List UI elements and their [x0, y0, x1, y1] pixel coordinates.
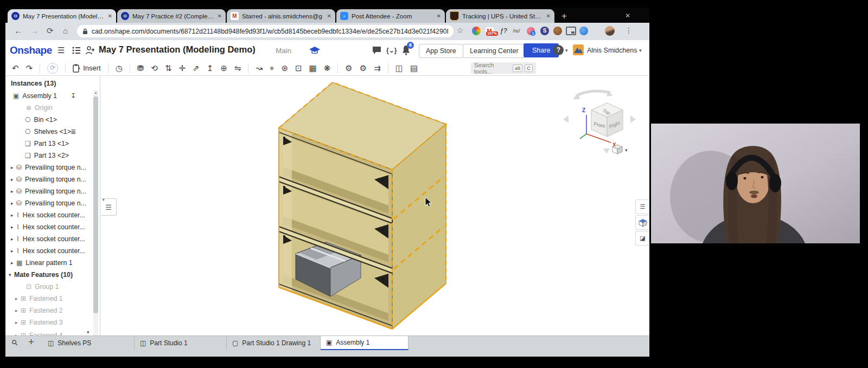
- follow-mode-icon[interactable]: [86, 46, 94, 55]
- revolute-mate-icon[interactable]: ⟲: [151, 64, 158, 72]
- explode-view-icon[interactable]: ◫: [395, 64, 403, 72]
- features-flyout-toggle[interactable]: ☰ ▾: [101, 198, 117, 216]
- user-name[interactable]: Alnis Smidchens: [587, 47, 637, 54]
- home-icon[interactable]: ⌂: [63, 26, 68, 35]
- extension-gmail-icon[interactable]: M 107%: [484, 25, 495, 36]
- reload-icon[interactable]: ⟳: [47, 26, 54, 36]
- extension-colorwheel-icon[interactable]: [471, 25, 482, 36]
- search-tabs-icon[interactable]: ⚲: [10, 338, 20, 348]
- tree-item-bin[interactable]: ⎔ Bin <1>: [5, 114, 92, 126]
- group-icon[interactable]: ⌖: [270, 64, 274, 72]
- tab-close-icon[interactable]: ✕: [437, 13, 441, 19]
- chevron-right-icon[interactable]: ▸: [11, 201, 16, 206]
- doc-tab-assembly-1[interactable]: ▣ Assembly 1: [321, 336, 409, 350]
- replicate-icon[interactable]: ⊡: [295, 64, 302, 72]
- comment-icon[interactable]: [372, 46, 382, 55]
- parallel-mate-icon[interactable]: ⇋: [234, 64, 241, 72]
- tree-item-hex-socket-4[interactable]: ▸ ⌇ Hex socket counter...: [5, 245, 92, 257]
- extension-pip-icon[interactable]: [565, 25, 576, 36]
- chevron-right-icon[interactable]: ▸: [11, 165, 16, 170]
- panel-scrollbar[interactable]: ▴: [93, 90, 98, 335]
- history-icon[interactable]: ◷: [116, 64, 123, 72]
- tab-close-icon[interactable]: ✕: [218, 13, 222, 19]
- undo-icon[interactable]: ↶: [12, 64, 19, 72]
- mate-icon[interactable]: ⛃: [137, 64, 144, 72]
- tree-item-part13-1[interactable]: ❑ Part 13 <1>: [5, 138, 92, 150]
- versions-icon[interactable]: [72, 46, 81, 55]
- scrollbar-thumb[interactable]: [93, 96, 98, 313]
- chevron-down-icon[interactable]: ▾: [9, 272, 14, 277]
- tree-item-group-1[interactable]: ⊡ Group 1: [5, 281, 92, 293]
- main-menu-icon[interactable]: ☰: [58, 46, 65, 55]
- chevron-right-icon[interactable]: ▸: [11, 212, 16, 218]
- belt-relation-icon[interactable]: ⇉: [374, 64, 381, 72]
- learning-cap-icon[interactable]: [309, 46, 320, 55]
- app-store-button[interactable]: App Store: [419, 44, 463, 58]
- tree-item-fastened-4[interactable]: ▸ ⊞ Fastened 4: [5, 330, 92, 335]
- workspace-name[interactable]: Main: [276, 47, 291, 55]
- tree-item-fastened-1[interactable]: ▸ ⊞ Fastened 1: [5, 293, 92, 305]
- user-avatar[interactable]: [573, 44, 584, 55]
- extension-blue-icon[interactable]: [578, 25, 589, 36]
- shelf-assembly-model[interactable]: [274, 80, 458, 335]
- browser-tab-zoom[interactable]: ▪ Post Attendee - Zoom ✕: [336, 9, 445, 23]
- cylindrical-mate-icon[interactable]: ⇗: [193, 64, 200, 72]
- chevron-right-icon[interactable]: ▸: [15, 308, 21, 313]
- browser-tab-ups[interactable]: Tracking | UPS - United States ✕: [446, 9, 554, 23]
- scroll-up-icon[interactable]: ▴: [93, 91, 98, 95]
- slider-mate-icon[interactable]: ⇅: [165, 64, 172, 72]
- tree-item-hex-socket-2[interactable]: ▸ ⌇ Hex socket counter...: [5, 221, 92, 233]
- configuration-panel-button[interactable]: ◪: [635, 231, 649, 246]
- doc-tab-part-studio-1[interactable]: ◫ Part Studio 1: [135, 336, 227, 350]
- tree-item-prevailing-torque-2[interactable]: ▸ ⛁ Prevailing torque n...: [5, 173, 92, 185]
- browser-tab-onshape-practice[interactable]: O May 7 Practice #2 (Completed) ✕: [117, 9, 226, 23]
- learning-center-button[interactable]: Learning Center: [463, 44, 526, 58]
- onshape-logo[interactable]: Onshape: [10, 44, 52, 56]
- extension-bear-icon[interactable]: [552, 25, 563, 36]
- planar-mate-icon[interactable]: ✛: [179, 64, 186, 72]
- bookmark-star-icon[interactable]: ☆: [457, 26, 464, 35]
- chevron-right-icon[interactable]: ▸: [11, 189, 16, 194]
- add-tab-button[interactable]: +: [28, 336, 34, 348]
- forward-icon[interactable]: →: [30, 26, 39, 35]
- insert-button[interactable]: Insert: [73, 64, 101, 73]
- extension-function-icon[interactable]: ƒ?: [498, 25, 509, 36]
- browser-tab-onshape-presentation[interactable]: O May 7 Presentation (Modeling ✕: [8, 9, 116, 23]
- view-options-button[interactable]: ▾: [612, 145, 628, 154]
- extension-pink-icon[interactable]: 1: [525, 25, 536, 36]
- extension-s-icon[interactable]: S: [539, 25, 550, 36]
- redo-icon[interactable]: ↷: [26, 64, 33, 72]
- tree-item-fastened-3[interactable]: ▸ ⊞ Fastened 3: [5, 317, 92, 328]
- gear-relation-icon[interactable]: ⚙: [345, 64, 352, 72]
- chevron-right-icon[interactable]: ▸: [11, 177, 16, 182]
- tab-close-icon[interactable]: ✕: [327, 13, 331, 19]
- user-caret-icon[interactable]: ▾: [639, 48, 642, 53]
- mate-connector-icon[interactable]: ⊛: [281, 64, 288, 72]
- featurescript-icon[interactable]: {⌄}: [386, 47, 397, 54]
- profile-avatar[interactable]: [604, 25, 615, 36]
- tree-item-prevailing-torque-1[interactable]: ▸ ⛁ Prevailing torque n...: [5, 162, 92, 173]
- address-input[interactable]: cad.onshape.com/documents/68712d21148bd9…: [77, 25, 454, 37]
- doc-tab-shelves-ps[interactable]: ◫ Shelves PS: [42, 336, 135, 350]
- mate-features-section[interactable]: ▾ Mate Features (10): [5, 269, 92, 281]
- chrome-menu-icon[interactable]: ⋮: [625, 26, 633, 35]
- help-caret-icon[interactable]: ▾: [565, 48, 568, 53]
- search-tools-input[interactable]: Search tools... alt C: [471, 62, 536, 74]
- tree-item-part13-2[interactable]: ❑ Part 13 <2>: [5, 150, 92, 162]
- linear-pattern-icon[interactable]: ▦: [309, 64, 317, 72]
- help-icon[interactable]: ?: [553, 45, 564, 55]
- extension-regex-icon[interactable]: /re/: [511, 25, 522, 36]
- chevron-right-icon[interactable]: ▸: [11, 260, 16, 266]
- chevron-right-icon[interactable]: ▸: [15, 320, 21, 325]
- tree-item-origin[interactable]: ⊕ Origin: [5, 102, 92, 114]
- tree-item-assembly-1[interactable]: ▣ Assembly 1 ↧: [5, 90, 92, 102]
- tree-item-prevailing-torque-4[interactable]: ▸ ⛁ Prevailing torque n...: [5, 197, 92, 209]
- tree-item-shelves[interactable]: ⎔ Shelves <1> ≣: [5, 126, 92, 138]
- browser-tab-gmail[interactable]: M Starred - alnis.smidchens@g ✕: [227, 9, 335, 23]
- circular-pattern-icon[interactable]: ❋: [324, 64, 331, 72]
- appearance-panel-button[interactable]: [635, 215, 649, 230]
- pin-slot-mate-icon[interactable]: ↥: [207, 64, 214, 72]
- graphics-viewport[interactable]: ☰ ▾: [100, 76, 649, 335]
- sync-icon[interactable]: ⟳: [47, 63, 58, 74]
- bom-table-icon[interactable]: ▤: [410, 64, 418, 72]
